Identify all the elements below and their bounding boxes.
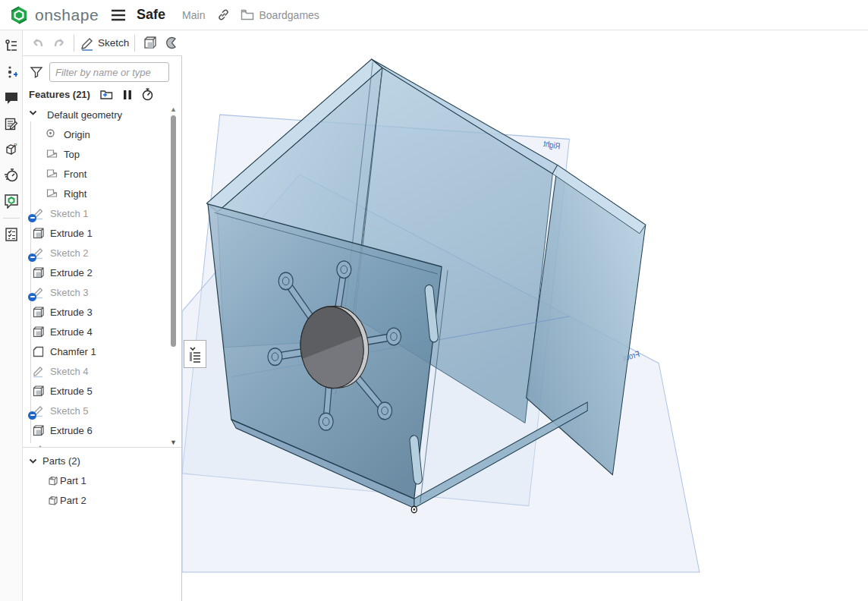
feature-item-sketch-5[interactable]: Sketch 5 xyxy=(23,401,181,420)
feature-label: Chamfer 1 xyxy=(50,346,96,357)
undo-button[interactable] xyxy=(27,33,49,54)
feature-label: Front xyxy=(64,168,86,180)
feature-label: Sketch 2 xyxy=(50,247,89,259)
bom-icon[interactable] xyxy=(2,223,21,246)
feature-item-front[interactable]: Front xyxy=(23,164,181,184)
planeic-icon xyxy=(46,148,58,161)
feature-item-extrude-2[interactable]: Extrude 2 xyxy=(23,263,181,282)
feature-item-extrude-1[interactable]: Extrude 1 xyxy=(23,223,181,243)
document-title[interactable]: Safe xyxy=(137,7,165,23)
sketch-button[interactable]: Sketch xyxy=(78,33,131,54)
feature-item-origin[interactable]: Origin xyxy=(23,124,181,144)
feature-panel: Features (21) Default geometryOriginTopF… xyxy=(23,56,182,601)
feature-label: Default geometry xyxy=(47,109,122,121)
feature-label: Extrude 2 xyxy=(50,267,93,278)
feature-list-flyout-button[interactable] xyxy=(184,340,206,368)
notes-icon[interactable] xyxy=(2,112,21,135)
feature-item-extrude-4[interactable]: Extrude 4 xyxy=(23,322,181,341)
menu-icon[interactable] xyxy=(111,9,126,21)
extrude-icon xyxy=(32,326,45,338)
tree-group-default-geometry[interactable]: Default geometry xyxy=(23,105,181,124)
feature-label: Extrude 1 xyxy=(50,228,93,239)
onshape-logo-icon xyxy=(10,6,28,24)
tree-scrollbar[interactable]: ▲ ▼ xyxy=(170,106,177,446)
extrude-icon xyxy=(32,424,45,437)
hidden-badge xyxy=(28,411,36,420)
feature-item-sketch-2[interactable]: Sketch 2 xyxy=(23,243,181,263)
feature-label: Sketch 1 xyxy=(50,208,89,219)
features-header: Features (21) xyxy=(29,89,90,100)
extrude-button[interactable] xyxy=(139,33,160,54)
feature-label: Origin xyxy=(64,129,90,140)
filter-input[interactable] xyxy=(49,62,169,82)
hidden-badge xyxy=(28,293,36,301)
folder-icon xyxy=(241,9,254,20)
feature-label: Extrude 4 xyxy=(50,326,93,338)
feature-item-extrude-6[interactable]: Extrude 6 xyxy=(23,420,181,440)
breadcrumb-folder[interactable]: Boardgames xyxy=(259,9,319,21)
feature-label: Extrude 3 xyxy=(50,307,93,318)
chamferic-icon xyxy=(32,345,45,358)
sketch-label: Sketch xyxy=(98,37,129,49)
planeic-icon xyxy=(46,187,58,200)
planeic-icon xyxy=(46,168,58,181)
app-name: onshape xyxy=(35,6,99,24)
history-icon[interactable] xyxy=(2,164,21,187)
app-header: onshape Safe Main Boardgames xyxy=(0,0,868,30)
hidden-badge xyxy=(28,253,36,262)
graphics-viewport[interactable]: Right Front xyxy=(182,30,868,601)
extrude-icon xyxy=(32,227,45,240)
feature-item-sketch-3[interactable]: Sketch 3 xyxy=(23,282,181,302)
feature-item-extrude-5[interactable]: Extrude 5 xyxy=(23,381,181,401)
feature-item-sketch-4[interactable]: Sketch 4 xyxy=(23,361,181,381)
configurations-icon[interactable]: ? xyxy=(2,138,21,161)
hidden-badge xyxy=(28,214,36,222)
part-icon xyxy=(47,474,60,487)
feature-label: Extrude 5 xyxy=(50,385,93,397)
feature-item-sketch-6[interactable]: Sketch 6 xyxy=(23,440,181,448)
scroll-thumb[interactable] xyxy=(171,115,176,347)
part-item-part-1[interactable]: Part 1 xyxy=(23,470,181,490)
revolve-button[interactable] xyxy=(160,33,181,54)
feature-label: Sketch 4 xyxy=(50,366,89,377)
origin-marker[interactable] xyxy=(411,506,417,513)
sketch-icon xyxy=(32,365,45,378)
origin-icon xyxy=(46,128,58,141)
feature-item-chamfer-1[interactable]: Chamfer 1 xyxy=(23,341,181,361)
redo-button[interactable] xyxy=(49,33,70,54)
feature-label: Extrude 6 xyxy=(50,425,93,436)
part-label: Part 1 xyxy=(60,475,86,486)
feature-item-sketch-1[interactable]: Sketch 1 xyxy=(23,203,181,223)
sketch-icon xyxy=(32,444,45,448)
suppress-pause-icon[interactable] xyxy=(123,90,132,100)
feature-label: Right xyxy=(64,188,86,200)
versions-icon[interactable] xyxy=(2,61,21,83)
part-label: Part 2 xyxy=(60,495,86,506)
learning-center-icon[interactable] xyxy=(2,190,21,212)
new-folder-icon[interactable] xyxy=(99,89,114,100)
comments-icon[interactable] xyxy=(2,87,21,109)
scroll-down-arrow[interactable]: ▼ xyxy=(170,439,177,446)
extrude-icon xyxy=(32,266,45,279)
workspace-name[interactable]: Main xyxy=(182,9,205,21)
sketch-icon xyxy=(32,207,45,220)
extrude-icon xyxy=(32,306,45,319)
toolbar-separator xyxy=(134,35,135,52)
3d-scene: Right Front xyxy=(182,30,868,601)
chevron-icon xyxy=(29,109,42,121)
feature-label: Sketch 5 xyxy=(50,405,89,417)
feature-item-top[interactable]: Top xyxy=(23,144,181,164)
part-item-part-2[interactable]: Part 2 xyxy=(23,490,181,510)
feature-list-icon[interactable] xyxy=(2,35,21,58)
parts-header-row[interactable]: Parts (2) xyxy=(23,451,181,470)
part-icon xyxy=(47,494,60,507)
feature-tree: Default geometryOriginTopFrontRightSketc… xyxy=(23,105,181,448)
feature-label: Sketch 3 xyxy=(50,287,89,298)
scroll-up-arrow[interactable]: ▲ xyxy=(170,106,177,113)
feature-item-right[interactable]: Right xyxy=(23,184,181,203)
share-link-icon[interactable] xyxy=(217,8,230,21)
extrude-icon xyxy=(32,385,45,398)
feature-item-extrude-3[interactable]: Extrude 3 xyxy=(23,302,181,322)
rollback-timer-icon[interactable] xyxy=(141,88,154,101)
filter-icon[interactable] xyxy=(29,65,44,80)
